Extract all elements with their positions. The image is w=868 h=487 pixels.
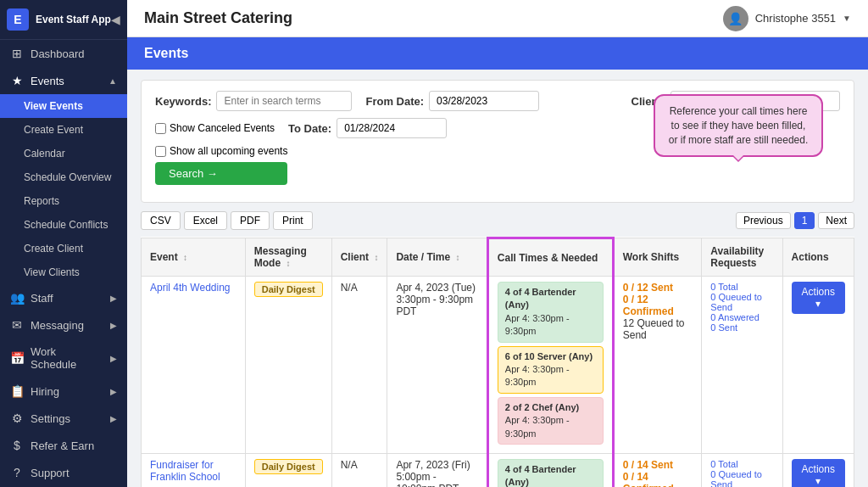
availability-link[interactable]: 0 Queued to Send: [710, 469, 773, 487]
call-times-cell: 4 of 4 Bartender (Any)Apr 7: 3:30pm - 9:…: [487, 453, 613, 487]
sidebar-sub-item-view-events[interactable]: View Events: [0, 94, 127, 118]
event-cell: April 4th Wedding: [142, 277, 246, 454]
dollar-icon: $: [10, 439, 24, 452]
sidebar-sub-item-reports[interactable]: Reports: [0, 189, 127, 213]
event-cell: Fundraiser for Franklin School: [142, 453, 246, 487]
event-link[interactable]: April 4th Wedding: [150, 282, 231, 294]
collapse-sidebar-icon[interactable]: ◀: [111, 13, 120, 26]
from-date-label: From Date:: [365, 95, 424, 108]
show-all-label: Show all upcoming events: [170, 145, 287, 157]
call-time-card: 4 of 4 Bartender (Any)Apr 4: 3:30pm - 9:…: [498, 282, 604, 343]
app-name: Event Staff App: [36, 14, 111, 25]
to-date-input[interactable]: [337, 118, 447, 138]
availability-link[interactable]: 0 Answered: [710, 312, 773, 322]
sidebar-item-label: Messaging: [31, 319, 103, 332]
user-menu[interactable]: 👤 Christophe 3551 ▼: [723, 6, 851, 31]
search-button[interactable]: Search →: [155, 162, 287, 185]
sidebar-sub-item-calendar[interactable]: Calendar: [0, 142, 127, 165]
messaging-mode-cell: Daily Digest: [245, 277, 331, 454]
pdf-button[interactable]: PDF: [231, 211, 270, 230]
keywords-input[interactable]: [216, 91, 352, 111]
availability-cell: 0 Total0 Queued to Send0 Answered0 Sent: [702, 453, 782, 487]
sidebar-item-label: Staff: [31, 292, 103, 305]
sidebar-item-support[interactable]: ? Support: [0, 459, 127, 486]
col-actions: Actions: [782, 238, 854, 277]
previous-page-button[interactable]: Previous: [736, 212, 791, 229]
actions-button[interactable]: Actions ▾: [792, 282, 845, 314]
events-table: Event ↕ MessagingMode ↕ Client ↕ Date / …: [141, 237, 854, 487]
event-link[interactable]: Fundraiser for Franklin School: [150, 459, 220, 483]
export-buttons: CSV Excel PDF Print: [141, 211, 313, 230]
availability-link[interactable]: 0 Queued to Send: [710, 292, 773, 312]
availability-link[interactable]: 0 Sent: [710, 322, 773, 333]
sidebar-item-label: Work Schedule: [31, 345, 103, 371]
support-icon: ?: [10, 466, 24, 479]
col-availability: AvailabilityRequests: [702, 238, 782, 277]
settings-icon: ⚙: [10, 411, 24, 425]
show-canceled-checkbox-label[interactable]: Show Canceled Events: [155, 122, 275, 134]
app-icon: E: [7, 8, 29, 31]
sidebar-item-label: Dashboard: [31, 48, 117, 60]
sidebar-item-staff[interactable]: 👥 Staff ▶: [0, 284, 127, 311]
show-all-upcoming-checkbox[interactable]: [155, 146, 166, 157]
page-title: Events: [127, 37, 868, 70]
sidebar-sub-item-schedule-overview[interactable]: Schedule Overview: [0, 165, 127, 189]
staff-icon: 👥: [10, 291, 24, 305]
chevron-right-icon: ▶: [110, 294, 117, 303]
client-cell: N/A: [331, 277, 387, 454]
sidebar-item-events[interactable]: ★ Events ▲: [0, 67, 127, 94]
work-shift-text: 0 / 12 Sent: [623, 282, 693, 294]
user-dropdown-icon: ▼: [843, 14, 851, 23]
app-title: Main Street Catering: [144, 9, 292, 27]
sidebar-item-refer-earn[interactable]: $ Refer & Earn: [0, 432, 127, 459]
sidebar-sub-item-schedule-conflicts[interactable]: Schedule Conflicts: [0, 213, 127, 237]
sidebar-sub-item-create-event[interactable]: Create Event: [0, 118, 127, 142]
col-call-times: Call Times & Needed: [487, 238, 613, 277]
keywords-label: Keywords:: [155, 95, 211, 108]
col-date-time: Date / Time ↕: [387, 238, 487, 277]
search-button-label: Search →: [169, 167, 218, 180]
excel-button[interactable]: Excel: [184, 211, 227, 230]
actions-cell: Actions ▾: [782, 277, 854, 454]
sidebar-item-label: Refer & Earn: [31, 439, 117, 452]
events-icon: ★: [10, 74, 24, 87]
actions-cell: Actions ▾: [782, 453, 854, 487]
csv-button[interactable]: CSV: [141, 211, 181, 230]
topbar: Main Street Catering 👤 Christophe 3551 ▼: [127, 0, 868, 37]
sidebar-sub-item-view-clients[interactable]: View Clients: [0, 260, 127, 284]
show-canceled-checkbox[interactable]: [155, 123, 166, 134]
date-time-cell: Apr 4, 2023 (Tue) 3:30pm - 9:30pm PDT: [387, 277, 487, 454]
availability-cell: 0 Total0 Queued to Send0 Answered0 Sent: [702, 277, 782, 454]
show-all-upcoming-checkbox-label[interactable]: Show all upcoming events: [155, 145, 287, 157]
messaging-mode-cell: Daily Digest: [245, 453, 331, 487]
actions-button[interactable]: Actions ▾: [792, 459, 845, 487]
col-work-shifts: Work Shifts: [613, 238, 702, 277]
col-messaging-mode: MessagingMode ↕: [245, 238, 331, 277]
work-shift-text: 0 / 12 Confirmed: [623, 294, 693, 317]
dashboard-icon: ⊞: [10, 47, 24, 60]
call-time-card: 2 of 2 Chef (Any)Apr 4: 3:30pm - 9:30pm: [498, 397, 604, 445]
page-1-button[interactable]: 1: [794, 212, 815, 229]
top-pagination: Previous 1 Next: [736, 212, 854, 229]
table-row: April 4th WeddingDaily DigestN/AApr 4, 2…: [142, 277, 854, 454]
availability-link[interactable]: 0 Total: [710, 459, 773, 469]
content-area: Events Keywords: From Date: Client:: [127, 37, 868, 487]
chevron-right-icon: ▶: [110, 414, 117, 423]
sidebar-sub-item-create-client[interactable]: Create Client: [0, 237, 127, 260]
next-page-button[interactable]: Next: [818, 212, 854, 229]
availability-link[interactable]: 0 Total: [710, 282, 773, 292]
call-times-cell: 4 of 4 Bartender (Any)Apr 4: 3:30pm - 9:…: [487, 277, 613, 454]
sidebar-item-settings[interactable]: ⚙ Settings ▶: [0, 405, 127, 432]
print-button[interactable]: Print: [273, 211, 313, 230]
sidebar-header: E Event Staff App ◀: [0, 0, 127, 40]
from-date-input[interactable]: [429, 91, 539, 111]
chevron-right-icon: ▶: [110, 354, 117, 363]
sidebar-item-messaging[interactable]: ✉ Messaging ▶: [0, 311, 127, 339]
work-schedule-icon: 📅: [10, 351, 24, 365]
sidebar-item-dashboard[interactable]: ⊞ Dashboard: [0, 40, 127, 67]
sidebar-item-hiring[interactable]: 📋 Hiring ▶: [0, 378, 127, 405]
sidebar-item-work-schedule[interactable]: 📅 Work Schedule ▶: [0, 339, 127, 378]
col-event: Event ↕: [142, 238, 246, 277]
chevron-right-icon: ▶: [110, 387, 117, 396]
user-name: Christophe 3551: [755, 12, 836, 25]
